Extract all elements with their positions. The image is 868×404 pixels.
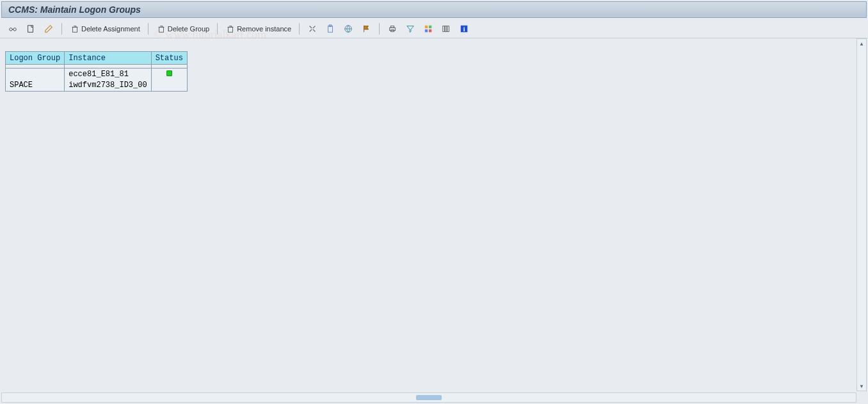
col-status[interactable]: Status <box>151 52 187 65</box>
toolbar-separator <box>217 23 218 35</box>
horizontal-scrollbar[interactable] <box>1 392 856 403</box>
glasses-icon <box>8 24 18 34</box>
svg-rect-10 <box>425 25 428 28</box>
svg-rect-0 <box>28 25 33 32</box>
table-header-row: Logon Group Instance Status <box>6 52 188 65</box>
columns-icon <box>441 24 451 34</box>
cell-logon-group <box>6 69 65 80</box>
title-bar: CCMS: Maintain Logon Groups <box>1 1 867 18</box>
svg-rect-1 <box>73 27 77 32</box>
flag-icon <box>361 24 371 34</box>
svg-rect-14 <box>443 26 445 31</box>
remove-instance-button[interactable]: Remove instance <box>223 22 294 36</box>
remove-instance-label: Remove instance <box>237 25 291 33</box>
toolbar-separator <box>379 23 380 35</box>
status-green-icon <box>166 70 172 76</box>
tools-icon <box>307 24 317 34</box>
content-area: Logon Group Instance Status ecce81_E81_8… <box>0 38 868 391</box>
cell-instance: ecce81_E81_81 <box>65 69 151 80</box>
print-button[interactable] <box>385 22 400 36</box>
col-logon-group[interactable]: Logon Group <box>6 52 65 65</box>
columns-button[interactable] <box>438 22 454 36</box>
toolbar: Delete Assignment Delete Group Remove in… <box>0 19 868 38</box>
toolbar-separator <box>299 23 300 35</box>
cell-logon-group: SPACE <box>6 80 65 92</box>
table-row[interactable]: SPACE iwdfvm2738_ID3_00 <box>6 80 188 92</box>
info-button[interactable]: i <box>456 22 472 36</box>
vertical-scrollbar[interactable]: ▲ ▼ <box>856 38 867 391</box>
cell-status <box>151 69 187 80</box>
svg-rect-15 <box>445 26 447 31</box>
svg-rect-16 <box>447 26 449 31</box>
svg-rect-12 <box>425 29 428 31</box>
print-icon <box>387 24 398 34</box>
svg-rect-13 <box>429 29 431 31</box>
pencil-icon <box>44 24 54 34</box>
toolbar-separator <box>148 23 149 35</box>
grid-icon <box>423 24 433 34</box>
grid-button[interactable] <box>421 22 436 36</box>
delete-assignment-button[interactable]: Delete Assignment <box>67 22 143 36</box>
delete-group-button[interactable]: Delete Group <box>154 22 212 36</box>
svg-rect-3 <box>229 27 233 32</box>
svg-text:i: i <box>463 25 465 32</box>
svg-rect-11 <box>429 25 431 28</box>
toolbar-separator <box>61 23 62 35</box>
svg-rect-2 <box>159 27 163 32</box>
logon-groups-table: Logon Group Instance Status ecce81_E81_8… <box>5 51 188 92</box>
create-button[interactable] <box>23 22 38 36</box>
tools-button[interactable] <box>305 22 320 36</box>
delete-assignment-label: Delete Assignment <box>81 25 140 33</box>
scroll-down-icon[interactable]: ▼ <box>857 382 866 391</box>
scroll-thumb[interactable] <box>416 395 442 400</box>
table-row[interactable]: ecce81_E81_81 <box>6 69 188 80</box>
filter-icon <box>405 24 415 34</box>
globe-icon <box>343 24 353 34</box>
edit-button[interactable] <box>41 22 56 36</box>
cell-status <box>151 80 187 92</box>
filter-button[interactable] <box>403 22 418 36</box>
notes-button[interactable] <box>323 22 338 36</box>
trash-icon <box>225 24 236 34</box>
trash-icon <box>70 24 80 34</box>
svg-rect-8 <box>391 26 394 28</box>
col-instance[interactable]: Instance <box>65 52 151 65</box>
info-icon: i <box>459 24 469 34</box>
scroll-up-icon[interactable]: ▲ <box>857 39 866 48</box>
cell-instance: iwdfvm2738_ID3_00 <box>65 80 151 92</box>
trash-icon <box>156 24 166 34</box>
globe-button[interactable] <box>341 22 356 36</box>
glasses-icon-button[interactable] <box>5 22 20 36</box>
svg-rect-4 <box>328 26 333 32</box>
clipboard-icon <box>325 24 335 34</box>
delete-group-label: Delete Group <box>168 25 209 33</box>
page-icon <box>26 24 36 34</box>
page-title: CCMS: Maintain Logon Groups <box>8 4 141 15</box>
flag-button[interactable] <box>358 22 374 36</box>
